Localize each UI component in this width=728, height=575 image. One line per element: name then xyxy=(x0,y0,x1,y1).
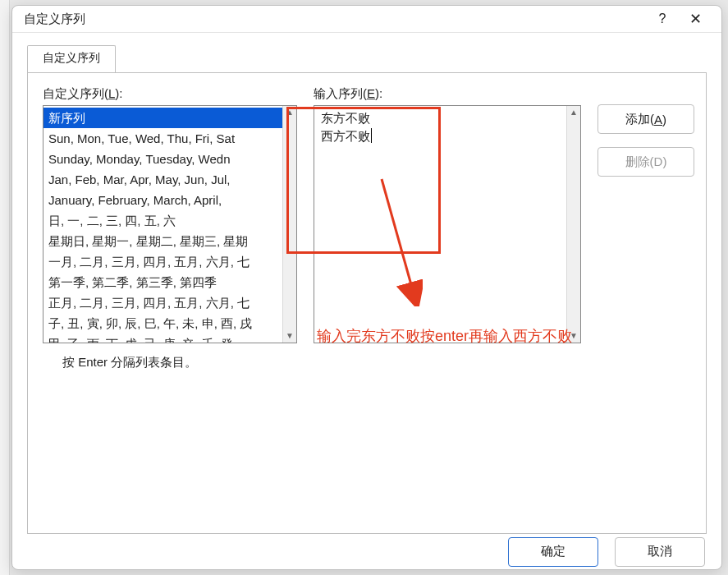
tab-label: 自定义序列 xyxy=(43,51,100,64)
custom-lists-listbox[interactable]: 新序列Sun, Mon, Tue, Wed, Thu, Fri, SatSund… xyxy=(43,105,297,343)
add-button[interactable]: 添加(A) xyxy=(598,104,694,134)
list-item[interactable]: 新序列 xyxy=(43,108,282,128)
scroll-down-icon: ▼ xyxy=(286,332,294,340)
scroll-up-icon: ▲ xyxy=(286,108,294,117)
dialog-title: 自定义序列 xyxy=(24,12,646,27)
list-item[interactable]: 日, 一, 二, 三, 四, 五, 六 xyxy=(43,210,282,231)
entry-hint: 按 Enter 分隔列表条目。 xyxy=(62,355,297,370)
list-item[interactable]: Jan, Feb, Mar, Apr, May, Jun, Jul, xyxy=(43,169,282,190)
entry-line: 西方不败 xyxy=(321,127,560,145)
list-item[interactable]: Sun, Mon, Tue, Wed, Thu, Fri, Sat xyxy=(43,128,282,149)
listbox-scrollbar[interactable]: ▲ ▼ xyxy=(282,106,296,343)
delete-button[interactable]: 删除(D) xyxy=(598,147,694,177)
entry-line: 东方不败 xyxy=(321,109,560,127)
entries-label: 输入序列(E): xyxy=(314,86,581,102)
close-icon: ✕ xyxy=(689,10,702,28)
dialog-content: 自定义序列 自定义序列(L): 新序列Sun, Mon, Tue, Wed, T… xyxy=(12,33,721,534)
ok-button[interactable]: 确定 xyxy=(508,537,598,567)
background-app-edge xyxy=(0,0,10,575)
list-entries-textarea[interactable]: 东方不败西方不败 ▲ ▼ xyxy=(314,105,581,343)
close-button[interactable]: ✕ xyxy=(679,6,712,32)
list-item[interactable]: 甲, 乙, 丙, 丁, 戊, 己, 庚, 辛, 壬, 癸 xyxy=(43,334,282,343)
list-item[interactable]: 星期日, 星期一, 星期二, 星期三, 星期 xyxy=(43,231,282,251)
cancel-button[interactable]: 取消 xyxy=(615,537,705,567)
right-column: 添加(A) 删除(D) xyxy=(598,86,694,370)
list-item[interactable]: Sunday, Monday, Tuesday, Wedn xyxy=(43,149,282,169)
help-button[interactable]: ? xyxy=(646,6,679,32)
tab-strip: 自定义序列 xyxy=(27,44,707,72)
custom-lists-dialog: 自定义序列 ? ✕ 自定义序列 自定义序列(L): xyxy=(11,5,722,570)
annotation-text: 输入完东方不败按enter再输入西方不败 xyxy=(317,326,572,346)
dialog-footer: 确定 取消 xyxy=(12,534,721,569)
list-item[interactable]: 一月, 二月, 三月, 四月, 五月, 六月, 七 xyxy=(43,251,282,272)
custom-lists-label: 自定义序列(L): xyxy=(43,86,297,102)
left-column: 自定义序列(L): 新序列Sun, Mon, Tue, Wed, Thu, Fr… xyxy=(43,86,297,370)
help-icon: ? xyxy=(659,12,666,26)
list-item[interactable]: 正月, 二月, 三月, 四月, 五月, 六月, 七 xyxy=(43,292,282,313)
list-item[interactable]: 第一季, 第二季, 第三季, 第四季 xyxy=(43,272,282,292)
list-item[interactable]: January, February, March, April, xyxy=(43,190,282,210)
textarea-scrollbar[interactable]: ▲ ▼ xyxy=(566,106,580,343)
text-caret xyxy=(371,128,372,143)
tab-panel: 自定义序列(L): 新序列Sun, Mon, Tue, Wed, Thu, Fr… xyxy=(27,72,707,534)
tab-custom-lists[interactable]: 自定义序列 xyxy=(27,45,116,73)
title-bar: 自定义序列 ? ✕ xyxy=(12,6,721,33)
scroll-up-icon: ▲ xyxy=(570,108,578,117)
list-item[interactable]: 子, 丑, 寅, 卯, 辰, 巳, 午, 未, 申, 酉, 戌 xyxy=(43,313,282,334)
